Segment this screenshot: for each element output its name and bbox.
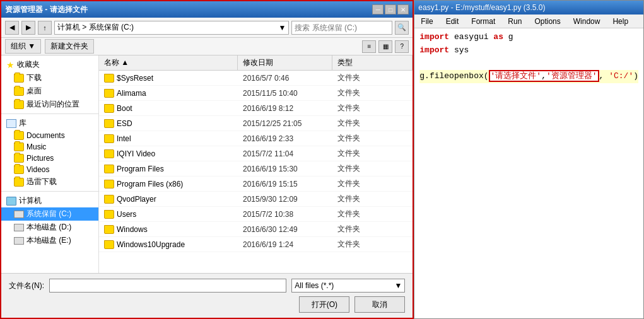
file-name: Users — [99, 209, 238, 219]
table-row[interactable]: Alimama 2015/11/5 10:40 文件夹 — [99, 86, 413, 101]
editor-body[interactable]: import easygui as g import sys g.fileope… — [414, 28, 643, 318]
folder-icon — [104, 180, 114, 188]
sidebar-divider — [1, 113, 98, 114]
menu-item-edit[interactable]: Edit — [440, 16, 465, 27]
forward-button[interactable]: ▶ — [21, 21, 35, 35]
search-box[interactable] — [291, 21, 392, 35]
dialog-toolbar: 组织 ▼ 新建文件夹 ≡ ▦ ? — [1, 38, 413, 55]
view-details-button[interactable]: ▦ — [378, 40, 392, 53]
file-type: 文件夹 — [332, 148, 413, 160]
sidebar-item-documents[interactable]: Documents — [1, 130, 98, 141]
file-name: Boot — [99, 103, 238, 113]
folder-icon — [14, 131, 24, 140]
menu-item-run[interactable]: Run — [501, 16, 528, 27]
menu-item-help[interactable]: Help — [606, 16, 635, 27]
open-button[interactable]: 打开(O) — [299, 296, 349, 313]
file-name: ESD — [99, 119, 238, 129]
folder-icon — [104, 240, 114, 249]
sidebar-item-xunlei[interactable]: 迅雷下载 — [1, 175, 98, 188]
file-date: 2016/6/19 2:33 — [238, 134, 332, 144]
favorites-section: ★ 收藏夹 下载 桌面 最近访问的位置 — [1, 58, 98, 111]
table-row[interactable]: QvodPlayer 2015/9/30 12:09 文件夹 — [99, 192, 413, 207]
maximize-button[interactable]: □ — [385, 4, 396, 14]
folder-icon — [104, 225, 114, 234]
sidebar-item-music[interactable]: Music — [1, 141, 98, 153]
sidebar-item-favorites[interactable]: ★ 收藏夹 — [1, 58, 98, 71]
folder-icon — [14, 178, 24, 187]
file-name: IQIYI Video — [99, 149, 238, 159]
file-list-header: 名称 ▲ 修改日期 类型 — [99, 55, 413, 71]
view-list-button[interactable]: ≡ — [362, 40, 376, 53]
code-highlight-box: '请选择文件','资源管理器' — [489, 70, 599, 82]
table-row[interactable]: Windows10Upgrade 2016/6/19 1:24 文件夹 — [99, 237, 413, 252]
search-button[interactable]: 🔍 — [395, 21, 409, 35]
file-type: 文件夹 — [332, 208, 413, 220]
folder-icon — [14, 165, 24, 174]
editor-menubar: FileEditFormatRunOptionsWindowHelp — [414, 14, 643, 28]
up-button[interactable]: ↑ — [38, 21, 52, 35]
header-type[interactable]: 类型 — [332, 55, 413, 70]
titlebar-buttons: ─ □ ✕ — [372, 4, 409, 14]
filename-label: 文件名(N): — [9, 281, 44, 291]
header-date[interactable]: 修改日期 — [238, 55, 332, 70]
file-list-body: $SysReset 2016/5/7 0:46 文件夹 Alimama 2015… — [99, 71, 413, 273]
search-input[interactable] — [295, 23, 389, 32]
sidebar-item-desktop[interactable]: 桌面 — [1, 84, 98, 98]
table-row[interactable]: Program Files 2016/6/19 15:30 文件夹 — [99, 161, 413, 177]
sidebar-item-videos[interactable]: Videos — [1, 164, 98, 175]
menu-item-format[interactable]: Format — [465, 16, 501, 27]
filename-input[interactable] — [49, 279, 286, 293]
file-type: 文件夹 — [332, 163, 413, 175]
sidebar-item-drive-d[interactable]: 本地磁盘 (D:) — [1, 221, 98, 234]
file-list: 名称 ▲ 修改日期 类型 $SysReset 2016/5/7 0:46 文件夹… — [99, 55, 413, 273]
code-line: import sys — [419, 44, 638, 57]
address-dropdown[interactable]: 计算机 > 系统保留 (C:) ▼ — [54, 21, 289, 35]
file-date: 2016/6/30 12:49 — [238, 224, 332, 235]
folder-icon — [104, 104, 114, 113]
table-row[interactable]: ESD 2015/12/25 21:05 文件夹 — [99, 116, 413, 131]
drive-icon — [14, 211, 24, 218]
library-icon — [6, 119, 16, 128]
header-name[interactable]: 名称 ▲ — [99, 55, 238, 70]
sidebar-divider-2 — [1, 191, 98, 192]
folder-icon — [104, 119, 114, 128]
file-name: Alimama — [99, 88, 238, 98]
sidebar-item-download[interactable]: 下载 — [1, 71, 98, 84]
code-line: import easygui as g — [419, 31, 638, 44]
star-icon: ★ — [6, 60, 15, 70]
table-row[interactable]: Program Files (x86) 2016/6/19 15:15 文件夹 — [99, 177, 413, 192]
menu-item-file[interactable]: File — [414, 16, 439, 27]
menu-item-window[interactable]: Window — [567, 16, 607, 27]
folder-icon — [14, 87, 24, 96]
sidebar-item-library[interactable]: 库 — [1, 117, 98, 130]
file-type: 文件夹 — [332, 178, 413, 190]
organize-button[interactable]: 组织 ▼ — [5, 39, 41, 54]
back-button[interactable]: ◀ — [5, 21, 19, 35]
computer-section: 计算机 系统保留 (C:) 本地磁盘 (D:) 本地磁盘 (E:) — [1, 194, 98, 247]
file-date: 2016/6/19 1:24 — [238, 240, 332, 250]
drive-icon — [14, 237, 24, 245]
table-row[interactable]: IQIYI Video 2015/7/2 11:04 文件夹 — [99, 146, 413, 161]
view-help-button[interactable]: ? — [395, 40, 409, 53]
sidebar-item-drive-c[interactable]: 系统保留 (C:) — [1, 207, 98, 221]
filetype-dropdown[interactable]: All files (*.*) ▼ — [291, 279, 405, 293]
close-button[interactable]: ✕ — [397, 4, 409, 14]
table-row[interactable]: Boot 2016/6/19 8:12 文件夹 — [99, 101, 413, 116]
minimize-button[interactable]: ─ — [372, 4, 383, 14]
folder-icon — [104, 134, 114, 143]
table-row[interactable]: $SysReset 2016/5/7 0:46 文件夹 — [99, 71, 413, 86]
table-row[interactable]: Intel 2016/6/19 2:33 文件夹 — [99, 131, 413, 146]
cancel-button[interactable]: 取消 — [354, 296, 405, 313]
new-folder-button[interactable]: 新建文件夹 — [45, 39, 94, 54]
table-row[interactable]: Windows 2016/6/30 12:49 文件夹 — [99, 222, 413, 237]
file-type: 文件夹 — [332, 223, 413, 235]
sidebar-item-pictures[interactable]: Pictures — [1, 153, 98, 164]
menu-item-options[interactable]: Options — [528, 16, 566, 27]
table-row[interactable]: Users 2015/7/2 10:38 文件夹 — [99, 207, 413, 222]
folder-icon — [104, 89, 114, 98]
sidebar-item-drive-e[interactable]: 本地磁盘 (E:) — [1, 234, 98, 247]
file-name: Program Files — [99, 164, 238, 174]
sidebar-item-computer[interactable]: 计算机 — [1, 194, 98, 207]
file-type: 文件夹 — [332, 87, 413, 99]
sidebar-item-recent[interactable]: 最近访问的位置 — [1, 98, 98, 111]
